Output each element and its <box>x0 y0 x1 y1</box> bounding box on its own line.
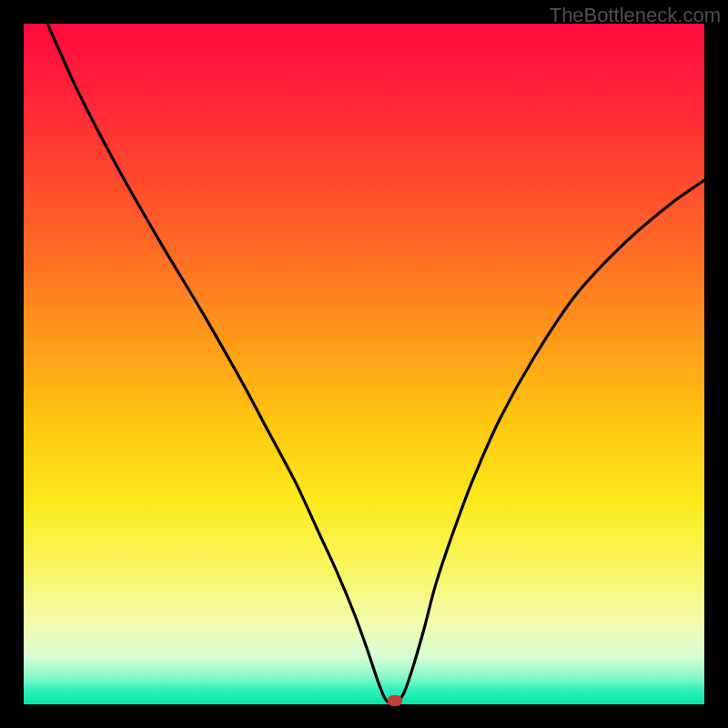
curve-path <box>47 24 704 703</box>
plot-area <box>24 24 704 704</box>
minimum-marker <box>388 695 402 706</box>
curve-svg <box>24 24 704 704</box>
chart-container: TheBottleneck.com <box>0 0 728 728</box>
watermark-text: TheBottleneck.com <box>550 4 721 27</box>
